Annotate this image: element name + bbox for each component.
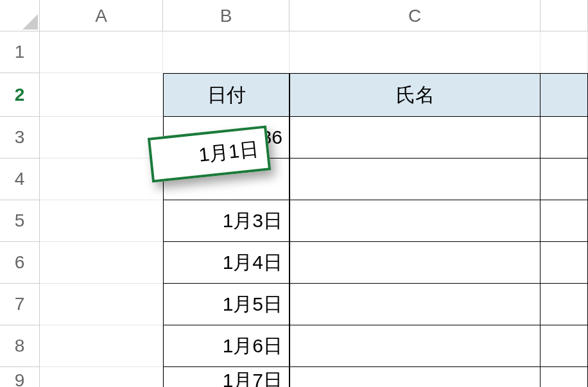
cell-c5[interactable] (290, 200, 540, 242)
row-header-6[interactable]: 6 (0, 242, 40, 284)
cell-d3[interactable] (540, 117, 588, 159)
cell-a4[interactable] (40, 159, 163, 200)
cell-a8[interactable] (40, 325, 163, 367)
cell-d5[interactable] (540, 200, 588, 242)
table-header-date[interactable]: 日付 (163, 73, 290, 117)
cell-a9[interactable] (40, 367, 163, 387)
col-header-a[interactable]: A (40, 0, 163, 31)
row-header-1[interactable]: 1 (0, 31, 40, 73)
cell-a7[interactable] (40, 284, 163, 325)
cell-a5[interactable] (40, 200, 163, 242)
cell-c9[interactable] (290, 367, 540, 387)
row-header-2[interactable]: 2 (0, 73, 40, 117)
cell-b5[interactable]: 1月3日 (163, 200, 290, 242)
spreadsheet-grid: A B C 1 2 日付 氏名 3 42736 4 5 1月3日 6 1月4日 … (0, 0, 588, 387)
cell-c6[interactable] (290, 242, 540, 284)
row-header-3[interactable]: 3 (0, 117, 40, 159)
row-header-7[interactable]: 7 (0, 284, 40, 325)
cell-a3[interactable] (40, 117, 163, 159)
cell-c4[interactable] (290, 159, 540, 200)
cell-c8[interactable] (290, 325, 540, 367)
cell-d1[interactable] (540, 31, 588, 73)
row-header-9[interactable]: 9 (0, 367, 40, 387)
cell-b6[interactable]: 1月4日 (163, 242, 290, 284)
select-all-corner[interactable] (0, 0, 40, 31)
cell-d9[interactable] (540, 367, 588, 387)
col-header-c[interactable]: C (290, 0, 540, 31)
cell-d7[interactable] (540, 284, 588, 325)
table-header-name[interactable]: 氏名 (290, 73, 540, 117)
cell-a6[interactable] (40, 242, 163, 284)
cell-a1[interactable] (40, 31, 163, 73)
cell-d8[interactable] (540, 325, 588, 367)
row-header-8[interactable]: 8 (0, 325, 40, 367)
table-header-next[interactable] (540, 73, 588, 117)
cell-b7[interactable]: 1月5日 (163, 284, 290, 325)
cell-d4[interactable] (540, 159, 588, 200)
row-header-5[interactable]: 5 (0, 200, 40, 242)
col-header-b[interactable]: B (163, 0, 290, 31)
overlay-value: 1月1日 (198, 136, 260, 169)
cell-b8[interactable]: 1月6日 (163, 325, 290, 367)
cell-c1[interactable] (290, 31, 540, 73)
cell-a2[interactable] (40, 73, 163, 117)
cell-b9[interactable]: 1月7日 (163, 367, 290, 387)
row-header-4[interactable]: 4 (0, 159, 40, 200)
cell-c7[interactable] (290, 284, 540, 325)
cell-b1[interactable] (163, 31, 290, 73)
col-header-next[interactable] (540, 0, 588, 31)
cell-d6[interactable] (540, 242, 588, 284)
cell-c3[interactable] (290, 117, 540, 159)
